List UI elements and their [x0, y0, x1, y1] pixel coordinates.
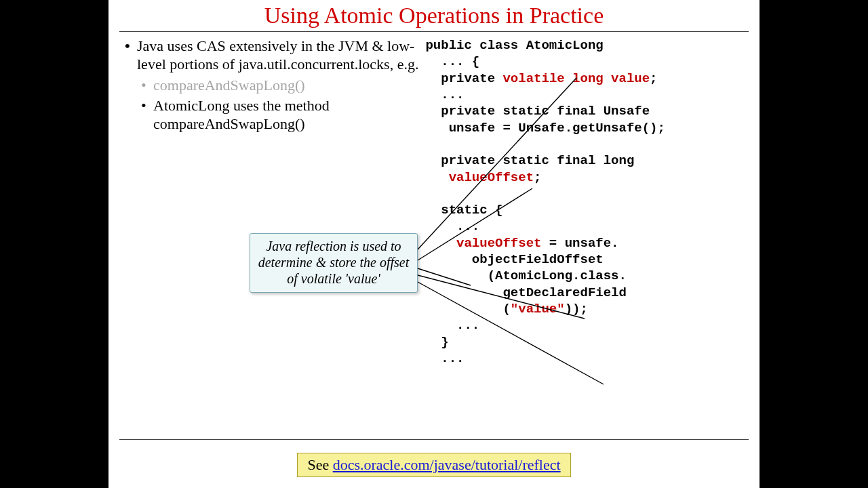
bullet-dot-icon: •: [141, 97, 153, 134]
code-line: ));: [565, 302, 588, 317]
code-line: private: [425, 71, 502, 86]
code-string: "value": [511, 302, 565, 317]
footer-link[interactable]: docs.oracle.com/javase/tutorial/reflect: [333, 456, 561, 473]
bullet-dot-icon: •: [125, 37, 137, 74]
slide-title: Using Atomic Operations in Practice: [108, 0, 760, 30]
code-line: [425, 170, 448, 185]
code-keyword: valueOffset: [449, 170, 534, 185]
code-line: getDeclaredField: [425, 285, 626, 300]
sub-bullet-text: compareAndSwapLong(): [153, 77, 305, 95]
code-line: unsafe = Unsafe.getUnsafe();: [425, 121, 665, 136]
rule-bottom: [119, 439, 749, 440]
footer: See docs.oracle.com/javase/tutorial/refl…: [108, 453, 760, 477]
code-block: public class AtomicLong ... { private vo…: [421, 37, 749, 436]
code-line: (: [425, 302, 510, 317]
code-line: ...: [425, 351, 464, 366]
footer-prefix: See: [307, 456, 332, 473]
code-keyword: valueOffset: [456, 236, 541, 251]
code-line: [425, 236, 456, 251]
sub-bullet-1: • compareAndSwapLong(): [141, 77, 421, 95]
bullet-text: Java uses CAS extensively in the JVM & l…: [137, 37, 421, 74]
code-line: ...: [425, 219, 479, 234]
code-line: objectFieldOffset: [425, 252, 603, 267]
code-line: ... {: [425, 54, 479, 69]
code-line: ;: [534, 170, 541, 185]
code-line: ...: [425, 87, 464, 102]
code-keyword: volatile long value: [502, 71, 650, 86]
content-area: • Java uses CAS extensively in the JVM &…: [108, 32, 760, 436]
sub-bullet-2: • AtomicLong uses the method compareAndS…: [141, 97, 421, 134]
sub-bullet-text: AtomicLong uses the method compareAndSwa…: [153, 97, 421, 134]
code-line: = unsafe.: [541, 236, 618, 251]
code-line: (AtomicLong.class.: [425, 268, 626, 283]
callout-box: Java reflection is used to determine & s…: [250, 233, 418, 293]
footer-box: See docs.oracle.com/javase/tutorial/refl…: [297, 453, 570, 477]
code-line: ;: [650, 71, 657, 86]
code-line: }: [425, 335, 448, 350]
bullet-main-1: • Java uses CAS extensively in the JVM &…: [125, 37, 421, 74]
code-line: static {: [425, 203, 502, 218]
code-line: private static final Unsafe: [425, 104, 650, 119]
slide: Using Atomic Operations in Practice • Ja…: [108, 0, 760, 488]
code-line: private static final long: [425, 153, 634, 168]
code-line: public class AtomicLong: [425, 38, 603, 53]
bullet-dot-icon: •: [141, 77, 153, 95]
code-line: ...: [425, 318, 479, 333]
